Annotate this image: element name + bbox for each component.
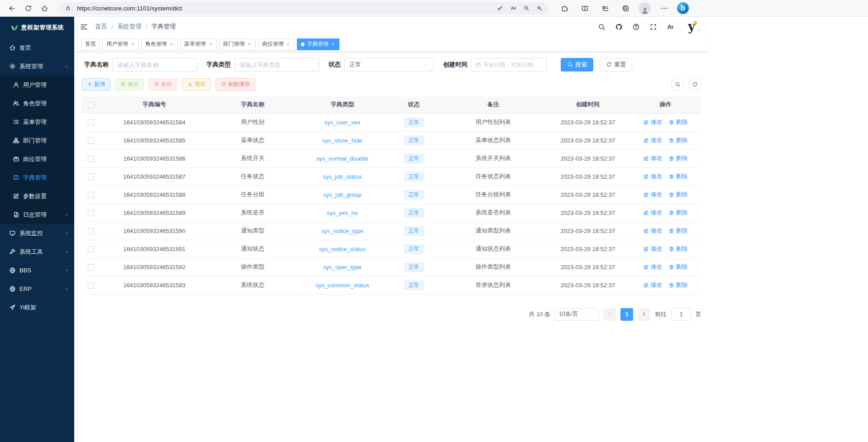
password-icon[interactable] <box>494 3 506 14</box>
row-checkbox[interactable] <box>88 282 94 289</box>
row-edit-button[interactable]: 修改 <box>643 245 662 253</box>
dict-type-link[interactable]: sys_normal_disable <box>316 155 368 162</box>
prev-page-button[interactable] <box>603 308 616 321</box>
row-edit-button[interactable]: 修改 <box>643 281 662 289</box>
search-icon[interactable] <box>596 22 606 32</box>
dict-type-link[interactable]: sys_user_sex <box>324 119 360 126</box>
dict-type-input[interactable] <box>234 58 320 71</box>
dict-type-link[interactable]: sys_notice_type <box>321 228 363 234</box>
sidebar-item-system-tools[interactable]: 系统工具 <box>0 242 74 261</box>
user-menu[interactable]: y <box>688 21 701 33</box>
add-button[interactable]: 新增 <box>81 78 110 91</box>
date-range-picker[interactable]: 开始日期 - 结束日期 <box>471 58 547 71</box>
favorites-icon[interactable] <box>598 1 612 15</box>
tab-role[interactable]: 角色管理 <box>141 38 178 50</box>
url-text[interactable]: https://ccnetcore.com:1101/system/dict <box>77 5 494 12</box>
profile-avatar[interactable] <box>639 2 651 14</box>
lock-icon[interactable] <box>62 3 74 14</box>
dict-type-link[interactable]: sys_notice_status <box>319 246 366 252</box>
back-icon[interactable] <box>5 1 19 15</box>
tab-menu[interactable]: 菜单管理 <box>180 38 217 50</box>
hamburger-icon[interactable] <box>80 23 93 31</box>
github-icon[interactable] <box>614 22 624 32</box>
tab-dept[interactable]: 部门管理 <box>219 38 256 50</box>
tab-dict[interactable]: 字典管理 <box>297 38 339 50</box>
edit-button[interactable]: 修改 <box>115 78 144 91</box>
sidebar-item-system-monitor[interactable]: 系统监控 <box>0 224 74 242</box>
dict-type-link[interactable]: sys_job_group <box>323 191 362 198</box>
row-delete-button[interactable]: 删除 <box>668 281 687 289</box>
row-checkbox[interactable] <box>88 138 94 144</box>
row-delete-button[interactable]: 删除 <box>668 245 687 253</box>
row-delete-button[interactable]: 删除 <box>668 263 687 271</box>
read-aloud-icon[interactable] <box>507 3 519 14</box>
sidebar-item-erp[interactable]: ERP <box>0 280 74 298</box>
sidebar-item-param-settings[interactable]: 参数设置 <box>0 187 74 205</box>
tab-close-icon[interactable] <box>169 42 174 47</box>
row-edit-button[interactable]: 修改 <box>643 136 662 144</box>
fullscreen-icon[interactable] <box>648 22 658 32</box>
zoom-icon[interactable] <box>520 3 532 14</box>
row-edit-button[interactable]: 修改 <box>643 263 662 271</box>
row-delete-button[interactable]: 删除 <box>668 227 687 235</box>
reset-button[interactable]: 重置 <box>600 58 632 71</box>
row-checkbox[interactable] <box>88 246 94 252</box>
row-edit-button[interactable]: 修改 <box>643 118 662 126</box>
goto-page-input[interactable] <box>671 308 691 321</box>
sidebar-item-role-management[interactable]: 角色管理 <box>0 94 74 113</box>
sidebar-item-menu-management[interactable]: 菜单管理 <box>0 113 74 131</box>
sidebar-item-bbs[interactable]: BBS <box>0 261 74 280</box>
dict-type-link[interactable]: sys_show_hide <box>322 137 362 144</box>
address-bar[interactable]: https://ccnetcore.com:1101/system/dict <box>58 2 549 14</box>
row-checkbox[interactable] <box>88 119 94 126</box>
tab-close-icon[interactable] <box>130 42 135 47</box>
dict-type-link[interactable]: sys_oper_type <box>323 264 362 271</box>
tab-post[interactable]: 岗位管理 <box>258 38 295 50</box>
tab-home[interactable]: 首页 <box>81 38 100 50</box>
tab-close-icon[interactable] <box>247 42 252 47</box>
collections-icon[interactable] <box>618 1 633 15</box>
add-favorite-icon[interactable] <box>533 3 545 14</box>
sidebar-item-yi-framework[interactable]: Yi框架 <box>0 298 74 317</box>
row-checkbox[interactable] <box>88 210 94 216</box>
sidebar-item-log-management[interactable]: 日志管理 <box>0 205 74 224</box>
refresh-icon[interactable] <box>21 1 35 15</box>
select-all-checkbox[interactable] <box>88 102 94 108</box>
row-edit-button[interactable]: 修改 <box>643 154 662 162</box>
tab-close-icon[interactable] <box>208 42 213 47</box>
tab-close-icon[interactable] <box>286 42 291 47</box>
sidebar-item-post-management[interactable]: 岗位管理 <box>0 150 74 168</box>
dict-name-input[interactable] <box>112 58 197 71</box>
row-delete-button[interactable]: 删除 <box>668 136 687 144</box>
tab-close-icon[interactable] <box>331 42 335 47</box>
sidebar-item-user-management[interactable]: 用户管理 <box>0 76 74 94</box>
sidebar-item-home[interactable]: 首页 <box>0 38 74 57</box>
search-button[interactable]: 搜索 <box>561 58 593 71</box>
bing-icon[interactable]: b <box>677 2 689 14</box>
split-screen-icon[interactable] <box>577 1 592 15</box>
row-edit-button[interactable]: 修改 <box>643 172 662 181</box>
refresh-icon[interactable] <box>688 78 701 91</box>
row-checkbox[interactable] <box>88 174 94 180</box>
sidebar-item-dept-management[interactable]: 部门管理 <box>0 131 74 150</box>
row-edit-button[interactable]: 修改 <box>643 190 662 199</box>
breadcrumb-item[interactable]: 系统管理 <box>117 23 142 31</box>
row-checkbox[interactable] <box>88 228 94 234</box>
sidebar-item-dict-management[interactable]: 字典管理 <box>0 168 74 187</box>
export-button[interactable]: 导出 <box>182 78 211 91</box>
extensions-icon[interactable] <box>557 1 572 15</box>
page-1-button[interactable]: 1 <box>620 308 633 321</box>
row-checkbox[interactable] <box>88 192 94 198</box>
page-size-select[interactable]: 10条/页 <box>555 308 599 321</box>
row-edit-button[interactable]: 修改 <box>643 227 662 235</box>
dict-type-link[interactable]: sys_common_status <box>315 282 369 289</box>
font-size-icon[interactable] <box>665 22 675 32</box>
search-icon[interactable] <box>671 78 684 91</box>
status-select[interactable]: 正常 <box>344 58 434 71</box>
row-checkbox[interactable] <box>88 264 94 271</box>
row-delete-button[interactable]: 删除 <box>668 154 687 162</box>
row-delete-button[interactable]: 删除 <box>668 209 687 217</box>
help-icon[interactable] <box>631 22 641 32</box>
home-icon[interactable] <box>37 1 52 15</box>
next-page-button[interactable] <box>638 308 650 321</box>
